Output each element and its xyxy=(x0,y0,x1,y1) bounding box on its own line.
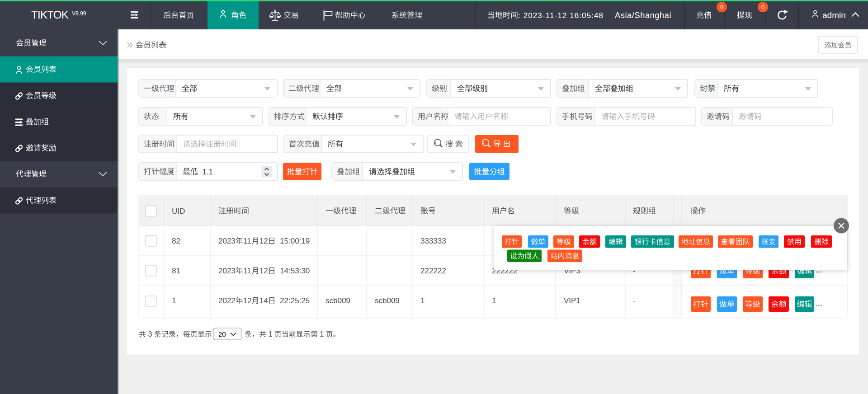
svg-text:12: 12 xyxy=(259,267,268,275)
svg-text:2023: 2023 xyxy=(218,267,236,275)
svg-text:11: 11 xyxy=(243,267,251,275)
svg-text:22:25:25: 22:25:25 xyxy=(276,296,310,305)
svg-text:12: 12 xyxy=(259,237,268,245)
svg-text:14: 14 xyxy=(259,296,268,305)
svg-text:82: 82 xyxy=(172,237,180,245)
svg-text:333333: 333333 xyxy=(420,237,446,245)
svg-text:scb009: scb009 xyxy=(375,296,400,305)
svg-text:1: 1 xyxy=(266,330,274,338)
svg-text:Asia/Shanghai: Asia/Shanghai xyxy=(615,11,671,20)
svg-text:1: 1 xyxy=(172,296,176,305)
svg-text:0: 0 xyxy=(720,4,723,10)
svg-text:VIP1: VIP1 xyxy=(564,296,580,305)
svg-text:1.1: 1.1 xyxy=(198,168,213,176)
svg-text:222222: 222222 xyxy=(420,267,446,275)
svg-text:2022: 2022 xyxy=(218,296,236,305)
svg-text:81: 81 xyxy=(172,267,180,275)
svg-text:2023: 2023 xyxy=(218,237,236,245)
svg-text:admin: admin xyxy=(822,10,846,20)
svg-text:1: 1 xyxy=(318,330,326,338)
svg-text:1: 1 xyxy=(492,296,496,305)
svg-text:V9.99: V9.99 xyxy=(72,10,86,17)
svg-text:UID: UID xyxy=(172,207,185,216)
svg-text:12: 12 xyxy=(243,296,252,305)
svg-text:1: 1 xyxy=(420,296,425,305)
svg-text:11: 11 xyxy=(243,237,251,245)
svg-text:-: - xyxy=(633,296,636,305)
svg-text:20: 20 xyxy=(218,330,226,338)
svg-text:: 2023-11-12 16:05:48: : 2023-11-12 16:05:48 xyxy=(518,11,604,20)
svg-text:TIKTOK: TIKTOK xyxy=(31,9,69,21)
svg-text:3: 3 xyxy=(146,330,154,338)
svg-text:15:00:19: 15:00:19 xyxy=(276,237,310,245)
svg-text:scb009: scb009 xyxy=(326,296,350,305)
svg-text:0: 0 xyxy=(761,4,764,10)
svg-text:14:53:30: 14:53:30 xyxy=(276,267,310,275)
